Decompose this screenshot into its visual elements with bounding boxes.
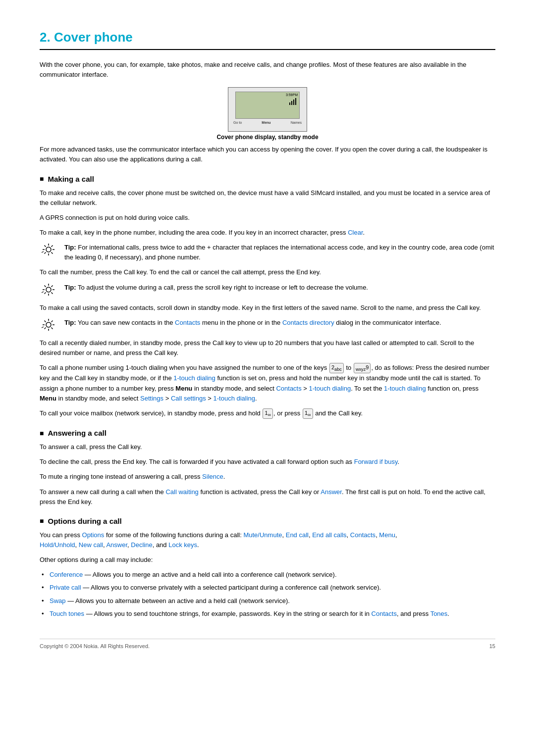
swap-link[interactable]: Swap	[50, 597, 66, 605]
footer-page-number: 15	[489, 643, 495, 649]
silence-link[interactable]: Silence	[202, 473, 223, 480]
answering-para3: To mute a ringing tone instead of answer…	[40, 472, 495, 482]
answering-para2: To decline the call, press the End key. …	[40, 457, 495, 467]
options-para2: Other options during a call may include:	[40, 555, 495, 565]
contacts-link-bullet[interactable]: Contacts	[372, 610, 397, 617]
making-call-para8: To call your voice mailbox (network serv…	[40, 408, 495, 419]
making-call-para2: A GPRS connection is put on hold during …	[40, 213, 495, 223]
answering-para4: To answer a new call during a call when …	[40, 487, 495, 507]
svg-line-19	[42, 292, 44, 293]
tip3-text: Tip: You can save new contacts in the Co…	[64, 318, 495, 328]
sun-icon-2	[40, 283, 57, 297]
svg-line-7	[52, 246, 53, 247]
svg-line-28	[45, 327, 46, 329]
key-1a: 1∞	[263, 408, 273, 419]
call-settings-link[interactable]: Call settings	[171, 395, 206, 402]
private-call-link[interactable]: Private call	[50, 584, 81, 591]
mute-unmute-link[interactable]: Mute/Unmute	[243, 531, 282, 539]
svg-line-8	[45, 252, 46, 254]
svg-line-29	[42, 327, 44, 328]
key-1b: 1∞	[303, 408, 313, 419]
forward-if-busy-link[interactable]: Forward if busy	[354, 458, 398, 465]
svg-line-17	[52, 285, 53, 287]
options-link[interactable]: Options	[82, 531, 105, 539]
making-call-para4: To call the number, press the Call key. …	[40, 267, 495, 277]
svg-line-15	[45, 285, 46, 287]
1touch-dialing-link4[interactable]: 1-touch dialing	[214, 395, 256, 402]
sun-icon-3	[40, 318, 57, 332]
footer-copyright: Copyright © 2004 Nokia. All Rights Reser…	[40, 643, 150, 649]
phone-image-container: 3:59PM Go to Menu Names Cover phone disp…	[40, 87, 495, 141]
end-call-link[interactable]: End call	[286, 531, 309, 539]
list-item-private-call: Private call — Allows you to converse pr…	[40, 583, 495, 593]
answer-link[interactable]: Answer	[321, 488, 342, 496]
svg-point-20	[46, 322, 51, 327]
making-call-para7: To call a phone number using 1-touch dia…	[40, 363, 495, 403]
1touch-dialing-link3[interactable]: 1-touch dialing	[384, 385, 426, 392]
sun-icon-1	[40, 243, 57, 256]
contacts-link-para7[interactable]: Contacts	[276, 385, 301, 392]
conference-link[interactable]: Conference	[50, 571, 83, 578]
options-during-call-heading: Options during a call	[40, 517, 495, 525]
call-waiting-link[interactable]: Call waiting	[165, 488, 198, 496]
contacts-link-tip3[interactable]: Contacts	[175, 319, 200, 326]
making-a-call-heading: Making a call	[40, 175, 495, 183]
answering-a-call-heading: Answering a call	[40, 429, 495, 437]
list-item-conference: Conference — Allows you to merge an acti…	[40, 570, 495, 580]
new-call-link[interactable]: New call	[79, 541, 103, 549]
svg-line-5	[45, 246, 46, 247]
clear-link[interactable]: Clear	[348, 229, 363, 236]
answering-para1: To answer a call, press the Call key.	[40, 442, 495, 452]
svg-line-6	[52, 252, 53, 254]
making-call-para5: To make a call using the saved contacts,…	[40, 303, 495, 313]
making-call-para3-pre: To make a call, key in the phone number,…	[40, 229, 348, 236]
hold-unhold-link[interactable]: Hold/Unhold	[40, 541, 75, 549]
svg-line-16	[52, 292, 53, 294]
key-2: 2abc	[329, 363, 344, 373]
decline-link[interactable]: Decline	[131, 541, 152, 549]
phone-screen-time: 3:59PM	[236, 92, 299, 97]
svg-line-25	[45, 320, 46, 322]
menu-link-options[interactable]: Menu	[379, 531, 395, 539]
touch-tones-link[interactable]: Touch tones	[50, 610, 84, 617]
page-footer: Copyright © 2004 Nokia. All Rights Reser…	[40, 639, 495, 649]
tip1-icon	[40, 243, 59, 258]
phone-screen: 3:59PM	[235, 92, 300, 119]
tip3-icon	[40, 318, 59, 333]
svg-line-18	[45, 292, 46, 294]
svg-point-0	[46, 247, 51, 252]
1touch-dialing-link2[interactable]: 1-touch dialing	[309, 385, 351, 392]
lock-keys-link[interactable]: Lock keys	[168, 541, 197, 549]
making-call-para1: To make and receive calls, the cover pho…	[40, 188, 495, 208]
making-call-para6: To call a recently dialed number, in sta…	[40, 338, 495, 358]
phone-caption: Cover phone display, standby mode	[40, 134, 495, 141]
svg-point-10	[46, 287, 51, 292]
end-all-calls-link[interactable]: End all calls	[312, 531, 346, 539]
tip1-row: Tip: For international calls, press twic…	[40, 243, 495, 262]
list-item-swap: Swap — Allows you to alternate between a…	[40, 596, 495, 606]
page-header: 2. Cover phone	[40, 30, 495, 50]
phone-display: 3:59PM Go to Menu Names	[228, 87, 307, 132]
tip3-row: Tip: You can save new contacts in the Co…	[40, 318, 495, 333]
1touch-dialing-link1[interactable]: 1-touch dialing	[173, 374, 215, 382]
tip1-text: Tip: For international calls, press twic…	[64, 243, 495, 262]
page-title: 2. Cover phone	[40, 30, 495, 45]
contacts-directory-link[interactable]: Contacts directory	[282, 319, 334, 326]
answer-link2[interactable]: Answer	[106, 541, 127, 549]
tip2-text: Tip: To adjust the volume during a call,…	[64, 283, 495, 293]
svg-line-27	[52, 320, 53, 322]
svg-line-9	[42, 252, 44, 252]
intro-paragraph: With the cover phone, you can, for examp…	[40, 60, 495, 80]
options-bullet-list: Conference — Allows you to merge an acti…	[40, 570, 495, 619]
tip2-row: Tip: To adjust the volume during a call,…	[40, 283, 495, 298]
making-call-para3-post: .	[363, 229, 365, 236]
tip2-icon	[40, 283, 59, 298]
svg-line-26	[52, 327, 53, 329]
options-para1: You can press Options for some of the fo…	[40, 530, 495, 550]
list-item-touch-tones: Touch tones — Allows you to send touchto…	[40, 609, 495, 619]
tones-link[interactable]: Tones	[430, 610, 448, 617]
cover-phone-description: For more advanced tasks, use the communi…	[40, 145, 495, 164]
key-9: wxyz9	[354, 363, 371, 373]
contacts-link-options[interactable]: Contacts	[350, 531, 375, 539]
settings-link[interactable]: Settings	[140, 395, 163, 402]
